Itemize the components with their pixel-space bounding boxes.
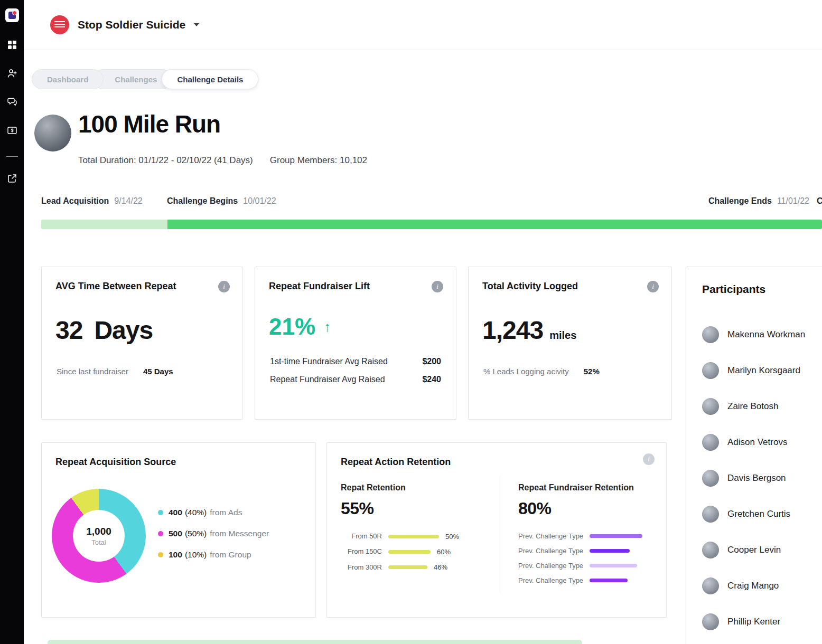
org-name: Stop Soldier Suicide bbox=[78, 18, 185, 31]
legend-row-messenger: 500 (50%) from Messenger bbox=[158, 523, 269, 544]
participant-row[interactable]: Davis Bergson bbox=[702, 460, 822, 496]
breadcrumb: Dashboard Challenges Challenge Details bbox=[32, 69, 258, 89]
group-members: Group Members: 10,102 bbox=[270, 155, 367, 166]
chevron-down-icon[interactable] bbox=[194, 23, 199, 26]
app-logo-glyph bbox=[8, 12, 16, 19]
milestone-lead-acquisition: Lead Acquisition 9/14/22 bbox=[41, 196, 143, 206]
card-avg-time-between-repeat: AVG Time Between Repeat 32 Days Since la… bbox=[41, 267, 243, 420]
avatar bbox=[702, 326, 719, 343]
legend-dot-group bbox=[158, 552, 163, 557]
external-link-icon[interactable] bbox=[5, 172, 19, 185]
progress-segment-challenge bbox=[167, 220, 822, 229]
org-logo-icon bbox=[50, 15, 69, 34]
acquisition-legend: 400 (40%) from Ads 500 (50%) from Messen… bbox=[158, 502, 269, 565]
milestone-challenge-ends: Challenge Ends 11/01/22 bbox=[708, 196, 809, 206]
card-total-activity-logged: Total Activity Logged 1,243 miles % Lead… bbox=[468, 267, 672, 420]
lift-value: 21% ↑ bbox=[269, 314, 456, 340]
activity-subrow: % Leads Logging acivity 52% bbox=[483, 367, 671, 376]
info-icon[interactable] bbox=[218, 281, 230, 292]
chat-icon[interactable] bbox=[5, 95, 19, 109]
participant-row[interactable]: Marilyn Korsgaard bbox=[702, 353, 822, 389]
avatar bbox=[702, 506, 719, 523]
participant-row[interactable]: Phillip Kenter bbox=[702, 604, 822, 640]
lift-row-first-time: 1st-time Fundraiser Avg Raised $200 bbox=[255, 357, 456, 366]
retention-bar-row: From 300R 46% bbox=[341, 563, 494, 572]
participants-panel: Participants Makenna Workman Marilyn Kor… bbox=[686, 267, 822, 644]
card-repeat-fundraiser-lift: Repeat Fundraiser Lift 21% ↑ 1st-time Fu… bbox=[255, 267, 456, 420]
bar bbox=[590, 549, 630, 553]
challenge-image bbox=[34, 115, 71, 151]
breadcrumb-dashboard[interactable]: Dashboard bbox=[32, 69, 104, 89]
card-title: Total Activity Logged bbox=[482, 281, 578, 292]
retention-divider bbox=[500, 475, 500, 594]
bottom-progress-sliver bbox=[48, 640, 582, 644]
repeat-fundraiser-retention-column: Repeat Fundraiser Retention 80% Prev. Ch… bbox=[518, 483, 661, 591]
participant-row[interactable]: Zaire Botosh bbox=[702, 389, 822, 424]
retention-bar-row: From 50R 50% bbox=[341, 532, 494, 541]
total-duration: Total Duration: 01/1/22 - 02/10/22 (41 D… bbox=[78, 155, 253, 166]
page-title: 100 Mile Run bbox=[78, 110, 220, 138]
card-repeat-acquisition-source: Repeat Acquisition Source 1,000 Total 40… bbox=[41, 442, 316, 618]
arrow-up-icon: ↑ bbox=[324, 319, 331, 335]
participant-row[interactable]: Cooper Levin bbox=[702, 532, 822, 568]
legend-dot-messenger bbox=[158, 531, 163, 536]
info-icon[interactable] bbox=[643, 453, 655, 465]
retention-bar-row: From 150C 60% bbox=[341, 547, 494, 556]
avatar bbox=[702, 470, 719, 487]
breadcrumb-challenges[interactable]: Challenges bbox=[93, 69, 172, 89]
avatar bbox=[702, 577, 719, 594]
avatar bbox=[702, 398, 719, 415]
grid-icon[interactable] bbox=[5, 38, 19, 52]
timeline-labels: Lead Acquisition 9/14/22 Challenge Begin… bbox=[41, 196, 822, 209]
participant-row[interactable]: Adison Vetrovs bbox=[702, 424, 822, 460]
info-icon[interactable] bbox=[432, 281, 443, 292]
avatar bbox=[702, 613, 719, 630]
bar bbox=[590, 564, 637, 567]
participants-list: Makenna Workman Marilyn Korsgaard Zaire … bbox=[702, 317, 822, 640]
donut-center: 1,000 Total bbox=[73, 510, 125, 562]
bar bbox=[388, 565, 427, 569]
avatar bbox=[702, 542, 719, 558]
card-repeat-action-retention: Repeat Action Retention Repat Retention … bbox=[326, 442, 667, 618]
repeat-retention-column: Repat Retention 55% From 50R 50% From 15… bbox=[341, 483, 494, 579]
breadcrumb-challenge-details[interactable]: Challenge Details bbox=[162, 69, 258, 89]
avg-time-subrow: Since last fundraiser 45 Days bbox=[57, 367, 242, 376]
participant-row[interactable]: Makenna Workman bbox=[702, 317, 822, 353]
avatar bbox=[702, 362, 719, 379]
app-logo-icon[interactable] bbox=[5, 8, 19, 22]
challenge-progress-bar bbox=[41, 220, 822, 229]
info-icon[interactable] bbox=[647, 281, 659, 292]
acquisition-donut-chart: 1,000 Total bbox=[52, 489, 146, 583]
card-title: Repeat Fundraiser Lift bbox=[269, 281, 370, 292]
participant-row[interactable]: Gretchen Curtis bbox=[702, 496, 822, 532]
page: Stop Soldier Suicide Dashboard Challenge… bbox=[0, 0, 822, 644]
progress-segment-lead bbox=[41, 220, 167, 229]
lift-row-repeat: Repeat Fundraiser Avg Raised $240 bbox=[255, 375, 456, 384]
bar bbox=[388, 550, 431, 554]
bar bbox=[388, 535, 439, 538]
billing-icon[interactable] bbox=[5, 124, 19, 137]
sidebar bbox=[0, 0, 24, 644]
legend-row-group: 100 (10%) from Group bbox=[158, 544, 269, 565]
milestone-truncated: C bbox=[817, 196, 822, 206]
add-person-icon[interactable] bbox=[5, 67, 19, 80]
bar bbox=[590, 534, 642, 538]
card-title: AVG Time Between Repeat bbox=[55, 281, 176, 292]
retention-bar-row: Prev. Challenge Type bbox=[518, 576, 661, 584]
retention-bar-row: Prev. Challenge Type bbox=[518, 562, 661, 570]
bar bbox=[590, 579, 628, 582]
sidebar-divider bbox=[6, 156, 18, 157]
card-title: Repeat Acquisition Source bbox=[55, 457, 176, 468]
activity-value: 1,243 miles bbox=[482, 316, 671, 345]
participants-title: Participants bbox=[702, 283, 822, 296]
legend-row-ads: 400 (40%) from Ads bbox=[158, 502, 269, 523]
retention-bar-row: Prev. Challenge Type bbox=[518, 532, 661, 540]
milestone-challenge-begins: Challenge Begins 10/01/22 bbox=[167, 196, 276, 206]
avatar bbox=[702, 434, 719, 451]
retention-bar-row: Prev. Challenge Type bbox=[518, 547, 661, 555]
challenge-meta: Total Duration: 01/1/22 - 02/10/22 (41 D… bbox=[78, 155, 367, 166]
header: Stop Soldier Suicide bbox=[24, 0, 822, 50]
legend-dot-ads bbox=[158, 510, 163, 515]
participant-row[interactable]: Craig Mango bbox=[702, 568, 822, 604]
card-title: Repeat Action Retention bbox=[341, 457, 451, 468]
